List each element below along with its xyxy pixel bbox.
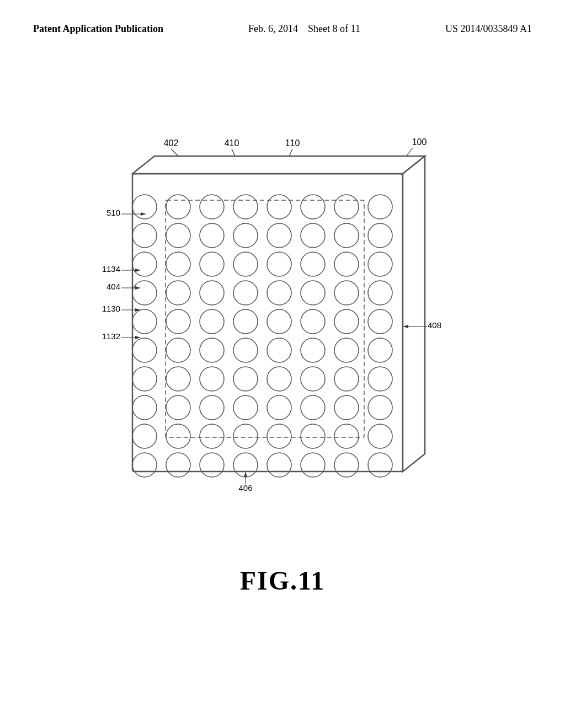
svg-point-88 (166, 424, 190, 448)
label-406: 406 (238, 483, 252, 493)
svg-point-26 (233, 195, 258, 219)
svg-point-42 (233, 252, 258, 276)
svg-point-30 (368, 195, 392, 219)
svg-point-57 (200, 309, 224, 334)
svg-point-25 (200, 195, 224, 219)
svg-point-84 (301, 395, 325, 420)
svg-point-55 (132, 309, 157, 334)
label-510: 510 (106, 208, 120, 217)
svg-point-24 (166, 195, 190, 219)
label-1132: 1132 (102, 331, 120, 341)
svg-marker-22 (244, 472, 247, 477)
label-1130: 1130 (102, 304, 120, 313)
svg-point-80 (166, 395, 190, 420)
svg-point-47 (132, 281, 157, 305)
svg-point-33 (200, 223, 224, 248)
svg-point-75 (267, 367, 291, 391)
header-date: Feb. 6, 2014 (248, 23, 298, 34)
svg-point-40 (166, 252, 190, 276)
svg-point-23 (132, 195, 157, 219)
svg-point-77 (334, 367, 359, 391)
svg-point-35 (267, 223, 291, 248)
svg-point-61 (334, 309, 359, 334)
svg-point-70 (368, 338, 392, 362)
label-410: 410 (225, 138, 239, 148)
svg-rect-5 (132, 174, 403, 472)
svg-point-52 (301, 281, 325, 305)
svg-point-58 (233, 309, 258, 334)
svg-marker-14 (135, 286, 141, 290)
svg-point-76 (301, 367, 325, 391)
svg-point-45 (334, 252, 359, 276)
svg-point-86 (368, 395, 392, 420)
svg-point-62 (368, 309, 392, 334)
label-408: 408 (428, 320, 441, 330)
svg-point-82 (233, 395, 258, 420)
svg-point-27 (267, 195, 291, 219)
svg-point-32 (166, 223, 190, 248)
svg-point-50 (233, 281, 258, 305)
svg-marker-12 (135, 269, 141, 272)
svg-point-49 (200, 281, 224, 305)
svg-point-39 (132, 252, 157, 276)
svg-point-54 (368, 281, 392, 305)
svg-point-81 (200, 395, 224, 420)
label-100: 100 (412, 137, 427, 147)
svg-point-59 (267, 309, 291, 334)
svg-point-102 (368, 453, 392, 477)
svg-point-34 (233, 223, 258, 248)
svg-marker-10 (141, 212, 146, 216)
svg-point-91 (267, 424, 291, 448)
header-right-text: US 2014/0035849 A1 (445, 22, 532, 36)
svg-point-94 (368, 424, 392, 448)
svg-point-31 (132, 223, 157, 248)
svg-point-71 (132, 367, 157, 391)
svg-point-95 (132, 453, 157, 477)
svg-point-93 (334, 424, 359, 448)
svg-point-36 (301, 223, 325, 248)
svg-point-64 (166, 338, 190, 362)
figure-label: FIG.11 (0, 565, 565, 596)
svg-marker-7 (403, 156, 425, 472)
diagram-area: 402 410 110 100 510 1134 404 (0, 58, 565, 554)
svg-point-44 (301, 252, 325, 276)
svg-point-63 (132, 338, 157, 362)
svg-point-69 (334, 338, 359, 362)
header-left-text: Patent Application Publication (33, 22, 163, 36)
svg-marker-6 (132, 156, 425, 174)
svg-point-68 (301, 338, 325, 362)
svg-point-67 (267, 338, 291, 362)
svg-point-89 (200, 424, 224, 448)
header-center-text: Feb. 6, 2014 Sheet 8 of 11 (248, 22, 360, 36)
label-110: 110 (285, 138, 300, 148)
label-1134: 1134 (102, 264, 120, 274)
svg-point-29 (334, 195, 359, 219)
svg-point-53 (334, 281, 359, 305)
svg-point-85 (334, 395, 359, 420)
svg-point-74 (233, 367, 258, 391)
svg-point-99 (267, 453, 291, 477)
svg-point-92 (301, 424, 325, 448)
svg-point-43 (267, 252, 291, 276)
svg-point-87 (132, 424, 157, 448)
svg-point-51 (267, 281, 291, 305)
svg-point-79 (132, 395, 157, 420)
svg-point-65 (200, 338, 224, 362)
svg-point-73 (200, 367, 224, 391)
svg-point-72 (166, 367, 190, 391)
svg-point-60 (301, 309, 325, 334)
svg-point-83 (267, 395, 291, 420)
svg-point-101 (334, 453, 359, 477)
label-404: 404 (106, 282, 120, 291)
svg-point-100 (301, 453, 325, 477)
svg-point-48 (166, 281, 190, 305)
svg-point-78 (368, 367, 392, 391)
header-sheet: Sheet 8 of 11 (308, 23, 360, 34)
svg-point-37 (334, 223, 359, 248)
svg-point-28 (301, 195, 325, 219)
svg-point-41 (200, 252, 224, 276)
svg-point-90 (233, 424, 258, 448)
page-header: Patent Application Publication Feb. 6, 2… (0, 0, 565, 36)
svg-point-96 (166, 453, 190, 477)
svg-point-38 (368, 223, 392, 248)
